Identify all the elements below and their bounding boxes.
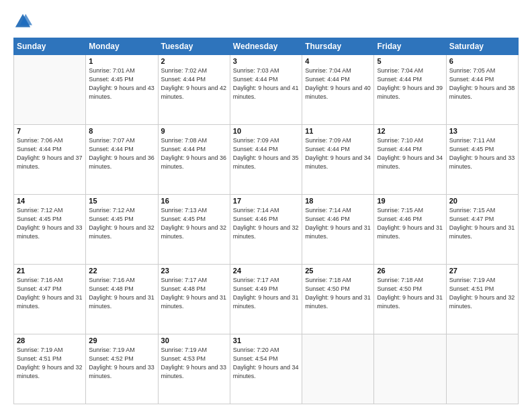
- calendar-cell: 21Sunrise: 7:16 AMSunset: 4:47 PMDayligh…: [14, 265, 86, 334]
- day-info: Sunrise: 7:07 AMSunset: 4:44 PMDaylight:…: [89, 136, 154, 171]
- day-number: 8: [89, 127, 154, 135]
- day-number: 24: [233, 267, 299, 275]
- calendar-cell: 4Sunrise: 7:04 AMSunset: 4:44 PMDaylight…: [302, 55, 374, 125]
- day-number: 21: [17, 267, 83, 275]
- calendar-cell: 8Sunrise: 7:07 AMSunset: 4:44 PMDaylight…: [86, 125, 158, 195]
- calendar-cell: 24Sunrise: 7:17 AMSunset: 4:49 PMDayligh…: [230, 265, 302, 334]
- day-number: 31: [233, 336, 299, 345]
- day-number: 18: [305, 197, 371, 205]
- day-info: Sunrise: 7:04 AMSunset: 4:44 PMDaylight:…: [377, 66, 443, 101]
- calendar-row: 14Sunrise: 7:12 AMSunset: 4:45 PMDayligh…: [14, 195, 519, 265]
- calendar-row: 21Sunrise: 7:16 AMSunset: 4:47 PMDayligh…: [14, 265, 519, 334]
- day-number: 26: [377, 267, 443, 275]
- calendar-cell: 28Sunrise: 7:19 AMSunset: 4:51 PMDayligh…: [14, 334, 86, 404]
- day-number: 5: [377, 57, 443, 65]
- calendar-cell: 6Sunrise: 7:05 AMSunset: 4:44 PMDaylight…: [446, 55, 518, 125]
- day-number: 15: [89, 197, 154, 205]
- day-info: Sunrise: 7:11 AMSunset: 4:45 PMDaylight:…: [449, 136, 515, 171]
- day-number: 1: [89, 57, 154, 65]
- day-info: Sunrise: 7:19 AMSunset: 4:52 PMDaylight:…: [89, 346, 154, 381]
- calendar-cell: 16Sunrise: 7:13 AMSunset: 4:45 PMDayligh…: [158, 195, 230, 265]
- logo-icon: [13, 12, 32, 31]
- day-info: Sunrise: 7:17 AMSunset: 4:49 PMDaylight:…: [233, 276, 299, 311]
- calendar-cell: 1Sunrise: 7:01 AMSunset: 4:45 PMDaylight…: [86, 55, 158, 125]
- weekday-header: Wednesday: [230, 38, 302, 55]
- day-number: 23: [161, 267, 227, 275]
- weekday-header: Friday: [374, 38, 446, 55]
- calendar-cell: [302, 334, 374, 404]
- day-info: Sunrise: 7:04 AMSunset: 4:44 PMDaylight:…: [305, 66, 371, 101]
- calendar-row: 28Sunrise: 7:19 AMSunset: 4:51 PMDayligh…: [14, 334, 519, 404]
- day-number: 25: [305, 267, 371, 275]
- day-info: Sunrise: 7:14 AMSunset: 4:46 PMDaylight:…: [233, 206, 299, 241]
- day-info: Sunrise: 7:10 AMSunset: 4:44 PMDaylight:…: [377, 136, 443, 171]
- day-info: Sunrise: 7:19 AMSunset: 4:51 PMDaylight:…: [449, 276, 515, 311]
- header: [13, 12, 519, 31]
- day-info: Sunrise: 7:09 AMSunset: 4:44 PMDaylight:…: [305, 136, 371, 171]
- day-info: Sunrise: 7:17 AMSunset: 4:48 PMDaylight:…: [161, 276, 227, 311]
- calendar-cell: [446, 334, 518, 404]
- weekday-header: Sunday: [14, 38, 86, 55]
- calendar-cell: 22Sunrise: 7:16 AMSunset: 4:48 PMDayligh…: [86, 265, 158, 334]
- calendar-cell: 3Sunrise: 7:03 AMSunset: 4:44 PMDaylight…: [230, 55, 302, 125]
- calendar-row: 1Sunrise: 7:01 AMSunset: 4:45 PMDaylight…: [14, 55, 519, 125]
- page: SundayMondayTuesdayWednesdayThursdayFrid…: [0, 0, 532, 411]
- day-number: 6: [449, 57, 515, 65]
- calendar-cell: 18Sunrise: 7:14 AMSunset: 4:46 PMDayligh…: [302, 195, 374, 265]
- day-info: Sunrise: 7:12 AMSunset: 4:45 PMDaylight:…: [89, 206, 154, 241]
- day-info: Sunrise: 7:02 AMSunset: 4:44 PMDaylight:…: [161, 66, 227, 101]
- calendar-cell: 10Sunrise: 7:09 AMSunset: 4:44 PMDayligh…: [230, 125, 302, 195]
- weekday-header: Thursday: [302, 38, 374, 55]
- day-info: Sunrise: 7:08 AMSunset: 4:44 PMDaylight:…: [161, 136, 227, 171]
- day-number: 4: [305, 57, 371, 65]
- calendar-row: 7Sunrise: 7:06 AMSunset: 4:44 PMDaylight…: [14, 125, 519, 195]
- day-info: Sunrise: 7:15 AMSunset: 4:46 PMDaylight:…: [377, 206, 443, 241]
- day-number: 27: [449, 267, 515, 275]
- day-number: 16: [161, 197, 227, 205]
- day-info: Sunrise: 7:09 AMSunset: 4:44 PMDaylight:…: [233, 136, 299, 171]
- day-number: 19: [377, 197, 443, 205]
- day-info: Sunrise: 7:13 AMSunset: 4:45 PMDaylight:…: [161, 206, 227, 241]
- day-info: Sunrise: 7:16 AMSunset: 4:48 PMDaylight:…: [89, 276, 154, 311]
- day-info: Sunrise: 7:14 AMSunset: 4:46 PMDaylight:…: [305, 206, 371, 241]
- day-info: Sunrise: 7:01 AMSunset: 4:45 PMDaylight:…: [89, 66, 154, 101]
- day-info: Sunrise: 7:19 AMSunset: 4:53 PMDaylight:…: [161, 346, 227, 381]
- calendar-cell: [374, 334, 446, 404]
- logo: [13, 12, 35, 31]
- day-info: Sunrise: 7:15 AMSunset: 4:47 PMDaylight:…: [449, 206, 515, 241]
- day-number: 12: [377, 127, 443, 135]
- day-info: Sunrise: 7:18 AMSunset: 4:50 PMDaylight:…: [377, 276, 443, 311]
- calendar-cell: 29Sunrise: 7:19 AMSunset: 4:52 PMDayligh…: [86, 334, 158, 404]
- day-number: 13: [449, 127, 515, 135]
- day-number: 11: [305, 127, 371, 135]
- calendar-cell: 9Sunrise: 7:08 AMSunset: 4:44 PMDaylight…: [158, 125, 230, 195]
- weekday-header: Saturday: [446, 38, 518, 55]
- day-number: 14: [17, 197, 83, 205]
- day-number: 30: [161, 336, 227, 345]
- calendar-cell: 11Sunrise: 7:09 AMSunset: 4:44 PMDayligh…: [302, 125, 374, 195]
- calendar-cell: 13Sunrise: 7:11 AMSunset: 4:45 PMDayligh…: [446, 125, 518, 195]
- calendar-header-row: SundayMondayTuesdayWednesdayThursdayFrid…: [14, 38, 519, 55]
- calendar-table: SundayMondayTuesdayWednesdayThursdayFrid…: [13, 38, 519, 404]
- calendar-cell: 23Sunrise: 7:17 AMSunset: 4:48 PMDayligh…: [158, 265, 230, 334]
- calendar-cell: 17Sunrise: 7:14 AMSunset: 4:46 PMDayligh…: [230, 195, 302, 265]
- calendar-cell: 2Sunrise: 7:02 AMSunset: 4:44 PMDaylight…: [158, 55, 230, 125]
- weekday-header: Tuesday: [158, 38, 230, 55]
- calendar-cell: 15Sunrise: 7:12 AMSunset: 4:45 PMDayligh…: [86, 195, 158, 265]
- day-number: 9: [161, 127, 227, 135]
- day-number: 20: [449, 197, 515, 205]
- day-number: 28: [17, 336, 83, 345]
- day-info: Sunrise: 7:05 AMSunset: 4:44 PMDaylight:…: [449, 66, 515, 101]
- calendar-cell: 12Sunrise: 7:10 AMSunset: 4:44 PMDayligh…: [374, 125, 446, 195]
- calendar-cell: 25Sunrise: 7:18 AMSunset: 4:50 PMDayligh…: [302, 265, 374, 334]
- day-info: Sunrise: 7:03 AMSunset: 4:44 PMDaylight:…: [233, 66, 299, 101]
- day-info: Sunrise: 7:16 AMSunset: 4:47 PMDaylight:…: [17, 276, 83, 311]
- day-number: 29: [89, 336, 154, 345]
- day-number: 3: [233, 57, 299, 65]
- day-info: Sunrise: 7:12 AMSunset: 4:45 PMDaylight:…: [17, 206, 83, 241]
- day-number: 2: [161, 57, 227, 65]
- calendar-cell: 14Sunrise: 7:12 AMSunset: 4:45 PMDayligh…: [14, 195, 86, 265]
- weekday-header: Monday: [86, 38, 158, 55]
- day-number: 22: [89, 267, 154, 275]
- day-info: Sunrise: 7:06 AMSunset: 4:44 PMDaylight:…: [17, 136, 83, 171]
